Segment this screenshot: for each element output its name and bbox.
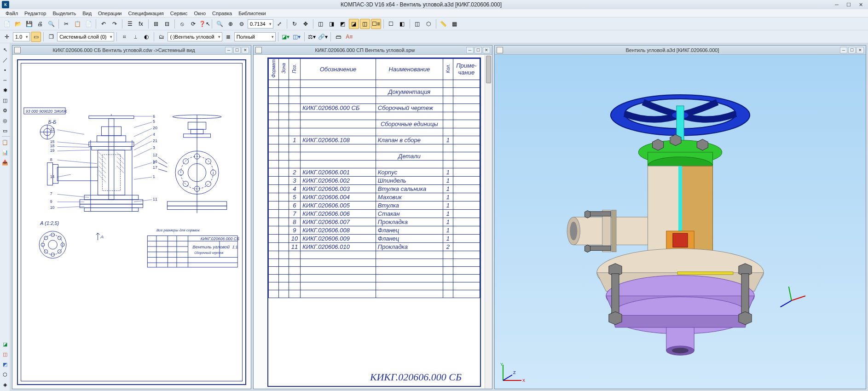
layout-button[interactable]: ▦ — [450, 19, 460, 29]
3d-viewport[interactable]: X Y Z — [495, 55, 866, 389]
stop-button[interactable]: ⦸ — [177, 19, 187, 29]
doc-maximize-button[interactable]: ☐ — [233, 47, 241, 53]
spec-tool[interactable]: 📋 — [0, 138, 10, 147]
table-row[interactable] — [269, 266, 480, 274]
snap-button[interactable]: ✛ — [2, 32, 12, 42]
table-row[interactable]: Документация — [269, 87, 480, 96]
manager-button[interactable]: ⊞ — [151, 19, 161, 29]
table-row[interactable] — [269, 144, 480, 152]
arrow-tool[interactable]: ↖ — [0, 45, 10, 54]
zoom-in-button[interactable]: ⊕ — [226, 19, 236, 29]
table-row[interactable]: 1КИКГ.020606.108Клапан в сборе1 — [269, 136, 480, 144]
table-row[interactable] — [269, 274, 480, 282]
doc-titlebar-spec[interactable]: КИКГ.020606.000 СП Вентиль угловой.spw ─… — [254, 46, 492, 55]
minimize-button[interactable]: ─ — [831, 1, 842, 8]
table-row[interactable] — [269, 128, 480, 136]
spec-canvas[interactable]: Формат Зона Поз. Обозначение Наименовани… — [254, 55, 492, 389]
doc-maximize-button[interactable]: ☐ — [848, 47, 856, 53]
menu-editor[interactable]: Редактор — [22, 10, 49, 17]
table-row[interactable]: 7КИКГ.020606.006Стакан1 — [269, 209, 480, 218]
menu-spec[interactable]: Спецификация — [126, 10, 167, 17]
table-row[interactable]: 3КИКГ.020606.002Шпиндель1 — [269, 176, 480, 184]
ortho-button[interactable]: ⟂ — [130, 32, 140, 42]
params-tool[interactable]: ⚙ — [0, 106, 10, 115]
snap-round-button[interactable]: ◐ — [141, 32, 151, 42]
table-row[interactable]: Сборочные единицы — [269, 120, 480, 128]
table-row[interactable] — [269, 282, 480, 290]
table-row[interactable]: 4КИКГ.020606.003Втулка сальника1 — [269, 184, 480, 193]
paste-button[interactable]: 📄 — [83, 19, 93, 29]
mass-props-button[interactable]: ⚖▾ — [307, 32, 317, 42]
reports-tool[interactable]: 📊 — [0, 148, 10, 157]
link-button[interactable]: 🔗▾ — [318, 32, 328, 42]
variables-button[interactable]: fx — [136, 19, 146, 29]
menu-help[interactable]: Справка — [209, 10, 235, 17]
close-button[interactable]: ✕ — [855, 1, 866, 8]
shaded-button[interactable]: ◪ — [349, 19, 359, 29]
measure-button[interactable]: 📏 — [439, 19, 449, 29]
shaded-edges-button[interactable]: ◫ — [360, 19, 370, 29]
scrollbar-thumb[interactable] — [486, 56, 491, 83]
menu-file[interactable]: Файл — [3, 10, 21, 17]
lib-tool-5[interactable]: ◈ — [0, 380, 10, 389]
table-row[interactable]: 5КИКГ.020606.004Маховик1 — [269, 193, 480, 201]
menu-window[interactable]: Окно — [191, 10, 208, 17]
doc-titlebar-drawing[interactable]: КИКГ.020606.000 СБ Вентиль угловой.cdw -… — [12, 46, 251, 55]
table-row[interactable]: 10КИКГ.020606.009Фланец1 — [269, 234, 480, 242]
view-combo[interactable]: (·)Вентиль угловой — [168, 32, 222, 41]
menu-libraries[interactable]: Библиотеки — [236, 10, 269, 17]
lib-tool-4[interactable]: ⬡ — [0, 370, 10, 379]
print-button[interactable]: 🖨 — [35, 19, 45, 29]
table-row[interactable] — [269, 80, 480, 87]
doc-close-button[interactable]: ✕ — [856, 47, 864, 53]
table-row[interactable]: Детали — [269, 152, 480, 160]
perspective-button[interactable]: ☐≡ — [371, 19, 381, 29]
dim-tool[interactable]: ↔ — [0, 75, 10, 85]
table-row[interactable] — [269, 251, 480, 259]
point-tool[interactable]: • — [0, 65, 10, 75]
table-row[interactable] — [269, 290, 480, 298]
view-list-button[interactable]: ≣ — [223, 32, 233, 42]
material-button[interactable]: 🗃 — [333, 32, 343, 42]
undo-button[interactable]: ↶ — [98, 19, 109, 29]
model-edit-button[interactable]: ◫▾ — [292, 32, 302, 42]
doc-close-button[interactable]: ✕ — [483, 47, 490, 53]
hidden-grey-button[interactable]: ◨ — [327, 19, 337, 29]
copy-button[interactable]: 📋 — [72, 19, 82, 29]
wireframe-button[interactable]: ◫ — [316, 19, 326, 29]
menu-view[interactable]: Вид — [80, 10, 94, 17]
table-row[interactable]: 6КИКГ.020606.005Втулка1 — [269, 201, 480, 209]
table-row[interactable] — [269, 259, 480, 266]
zoom-out-button[interactable]: ⊖ — [237, 19, 247, 29]
doc-minimize-button[interactable]: ─ — [225, 47, 232, 53]
properties-button[interactable]: ☰ — [125, 19, 135, 29]
render-normal-button[interactable]: ☐ — [386, 19, 396, 29]
windows-button[interactable]: ⊟ — [162, 19, 172, 29]
table-row[interactable] — [269, 96, 480, 104]
pan-button[interactable]: ✥ — [301, 19, 311, 29]
doc-close-button[interactable]: ✕ — [242, 47, 249, 53]
cut-button[interactable]: ✂ — [61, 19, 71, 29]
menu-operations[interactable]: Операции — [95, 10, 124, 17]
select-tool[interactable]: ▭ — [0, 126, 10, 135]
save-button[interactable]: 💾 — [24, 19, 34, 29]
lib-tool-1[interactable]: ◪ — [0, 339, 10, 349]
table-row[interactable] — [269, 112, 480, 120]
display-combo[interactable]: Полный — [234, 32, 276, 41]
lcs-button[interactable]: ⌗ — [119, 32, 129, 42]
zoom-fit-button[interactable]: ⤢ — [274, 19, 284, 29]
table-row[interactable]: 8КИКГ.020606.007Прокладка1 — [269, 218, 480, 226]
table-row[interactable] — [269, 160, 480, 168]
maximize-button[interactable]: ☐ — [843, 1, 854, 8]
insert-part-button[interactable]: ◪▾ — [281, 32, 291, 42]
section-button[interactable]: ◫ — [412, 19, 422, 29]
layer-combo[interactable]: Системный слой (0) — [57, 32, 114, 41]
symbol-tool[interactable]: ✱ — [0, 86, 10, 95]
refresh-button[interactable]: ⟳ — [188, 19, 198, 29]
redo-button[interactable]: ↷ — [110, 19, 120, 29]
notes-button[interactable]: A≡ — [344, 32, 354, 42]
doc-minimize-button[interactable]: ─ — [466, 47, 474, 53]
new-button[interactable]: 📄 — [2, 19, 12, 29]
filter-parts-button[interactable]: ⬡ — [423, 19, 434, 29]
doc-titlebar-3d[interactable]: Вентиль угловой.a3d [КИКГ.020606.000] ─ … — [495, 46, 866, 55]
